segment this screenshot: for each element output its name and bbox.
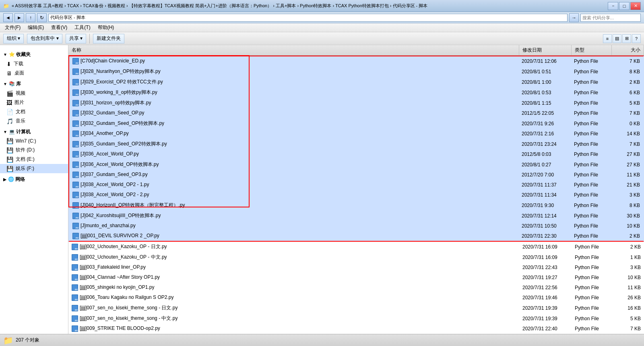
sidebar-item-c-drive[interactable]: 💾 Win7 (C:) xyxy=(0,137,68,145)
file-date-cell: 2020/8/1 0:53 xyxy=(518,89,571,96)
new-folder-button[interactable]: 新建文件夹 xyxy=(93,34,124,44)
search-input[interactable] xyxy=(580,14,641,22)
table-row[interactable]: [J]032_Gundam_Seed_OP.py2012/1/5 22:05Py… xyxy=(68,108,644,118)
view-details-button[interactable]: ≡ xyxy=(603,34,612,43)
file-name: [J]029_Exorcist_OP2 特效TCC文件.py xyxy=(80,79,163,85)
go-button[interactable]: → xyxy=(569,13,579,22)
file-size-cell: 10 KB xyxy=(611,222,643,230)
window-icon: 📁 xyxy=(3,3,9,9)
table-row[interactable]: [J]040_HorizonII_OP特效脚本（附完整工程）.py2020/7/… xyxy=(68,200,644,211)
share-button[interactable]: 共享 ▾ xyxy=(66,34,86,44)
table-row[interactable]: [J]029_Exorcist_OP2 特效TCC文件.py2020/8/1 1… xyxy=(68,77,644,87)
menu-edit[interactable]: 编辑(E) xyxy=(25,23,47,32)
column-header-size[interactable]: 大小 xyxy=(612,45,644,55)
file-name: [J]038_Accel_World_OP2 - 1.py xyxy=(80,182,149,187)
file-name: [jjjj]002_Uchouten_Kazoku_OP - 中文.py xyxy=(80,254,167,260)
sidebar: ▼ ⭐ 收藏夹 ⬇ 下载 🖥 桌面 ▼ 📚 库 🎬 视频 xyxy=(0,45,68,334)
column-header-name[interactable]: 名称 xyxy=(68,45,519,55)
table-row[interactable]: [jjjj]001_DEVIL SURVIVOR 2 _OP.py2020/7/… xyxy=(68,231,644,242)
table-row[interactable]: [jjjj]009_STRIKE THE BLOOD-op2.py2020/7/… xyxy=(68,324,644,334)
python-file-icon xyxy=(72,120,79,127)
view-icons-button[interactable]: ⊞ xyxy=(622,34,631,43)
table-row[interactable]: [J]042_KuroshitsujiIII_OP特效脚本.py2020/7/3… xyxy=(68,211,644,221)
view-help-button[interactable]: ? xyxy=(632,34,641,43)
sidebar-item-picture[interactable]: 🖼 图片 xyxy=(0,98,68,107)
sidebar-item-d-drive[interactable]: 💾 软件 (D:) xyxy=(0,145,68,155)
table-row[interactable]: [J]037_Gundam_Seed_OP3.py2012/7/20 7:00P… xyxy=(68,170,644,180)
title-bar: 📁 « ASS特效字幕 工具+教程 › TCAX › TCAX备份 › 视频教程… xyxy=(0,0,644,12)
table-row[interactable]: [J]038_Accel_World_OP2 - 2.py2020/7/31 1… xyxy=(68,190,644,200)
include-library-button[interactable]: 包含到库中 ▾ xyxy=(27,34,62,44)
table-row[interactable]: [jjjj]002_Uchouten_Kazoku_OP - 中文.py2020… xyxy=(68,252,644,263)
table-row[interactable]: [J]030_working_II_op特效py脚本.py2020/8/1 0:… xyxy=(68,87,644,98)
status-count: 207 个对象 xyxy=(16,337,39,344)
python-file-icon xyxy=(72,305,78,311)
file-date-cell: 2020/8/1 1:00 xyxy=(518,79,571,86)
sidebar-item-video[interactable]: 🎬 视频 xyxy=(0,89,68,98)
column-header-type[interactable]: 类型 xyxy=(572,45,612,55)
view-list-button[interactable]: ▤ xyxy=(613,34,621,43)
table-row[interactable]: [J]036_Accel_World_OP特效脚本.py2020/8/1 0:2… xyxy=(68,160,644,170)
download-icon: ⬇ xyxy=(6,61,11,67)
file-name-cell: [J]036_Accel_World_OP特效脚本.py xyxy=(69,160,518,169)
file-name-cell: [J]036_Accel_World_OP.py xyxy=(69,150,518,158)
table-row[interactable]: [C70d]Chain Chronicle_ED.py2020/7/31 12:… xyxy=(68,56,644,66)
file-type-cell: Python File xyxy=(572,243,612,251)
sidebar-item-music[interactable]: 🎵 音乐 xyxy=(0,116,68,126)
forward-button[interactable]: ► xyxy=(14,13,24,22)
file-date-cell: 2020/7/31 9:30 xyxy=(518,202,571,209)
menu-view[interactable]: 查看(V) xyxy=(48,23,70,32)
document-icon: 📄 xyxy=(6,109,13,115)
file-name-cell: [J]030_working_II_op特效py脚本.py xyxy=(69,88,518,97)
desktop-icon: 🖥 xyxy=(6,70,12,77)
table-row[interactable]: [J]035_Gundam_Seed_OP2特效脚本.py2020/7/31 2… xyxy=(68,139,644,149)
table-row[interactable]: [jjjj]007_sen_no_kiseki_theme_song - 日文.… xyxy=(68,303,644,313)
maximize-button[interactable]: □ xyxy=(619,2,630,10)
table-row[interactable]: [J]038_Accel_World_OP2 - 1.py2020/7/31 1… xyxy=(68,180,644,190)
sidebar-item-f-drive[interactable]: 💾 娱乐 (F:) xyxy=(0,164,68,173)
up-button[interactable]: ↑ xyxy=(26,13,35,22)
network-header[interactable]: ▶ 🌐 网络 xyxy=(0,175,68,184)
menu-tools[interactable]: 工具(T) xyxy=(71,23,93,32)
refresh-button[interactable]: ↻ xyxy=(37,13,47,22)
table-row[interactable]: [jjjj]005_shingeki no kyojin_OP1.py2020/… xyxy=(68,283,644,293)
table-row[interactable]: [jjjj]004_Clannad ~After Story OP1.py202… xyxy=(68,273,644,283)
table-row[interactable]: [J]031_horizon_op特效py脚本.py2020/8/1 1:15P… xyxy=(68,98,644,108)
file-name-cell: [J]037_Gundam_Seed_OP3.py xyxy=(69,171,518,179)
computer-arrow: ▼ xyxy=(3,130,7,134)
file-date-cell: 2020/7/31 22:30 xyxy=(518,232,571,240)
table-row[interactable]: [jjjj]002_Uchouten_Kazoku_OP - 日文.py2020… xyxy=(68,242,644,252)
sidebar-item-desktop[interactable]: 🖥 桌面 xyxy=(0,68,68,78)
close-button[interactable]: ✕ xyxy=(630,2,641,10)
menu-help[interactable]: 帮助(H) xyxy=(95,23,118,32)
file-name: [J]037_Gundam_Seed_OP3.py xyxy=(80,172,148,177)
sidebar-item-document[interactable]: 📄 文档 xyxy=(0,107,68,116)
sidebar-item-e-drive[interactable]: 💾 文档 (E:) xyxy=(0,155,68,164)
table-row[interactable]: [J]034_Another_OP.py2020/7/31 2:16Python… xyxy=(68,129,644,139)
address-input[interactable] xyxy=(48,14,568,22)
favorites-header[interactable]: ▼ ⭐ 收藏夹 xyxy=(0,50,68,59)
file-date-cell: 2020/7/31 16:09 xyxy=(519,254,572,261)
file-size-cell: 7 KB xyxy=(611,141,643,148)
sidebar-item-download[interactable]: ⬇ 下载 xyxy=(0,59,68,68)
column-header-date[interactable]: 修改日期 xyxy=(519,45,572,55)
file-name: [jjjj]005_shingeki no kyojin_OP1.py xyxy=(80,284,154,290)
computer-header[interactable]: ▼ 💻 计算机 xyxy=(0,127,68,137)
file-size-cell: 7 KB xyxy=(611,110,643,117)
menu-file[interactable]: 文件(F) xyxy=(2,23,24,32)
table-row[interactable]: [J]028_Nurarihyon_OP特效py脚本.py2020/8/1 0:… xyxy=(68,66,644,77)
libraries-header[interactable]: ▼ 📚 库 xyxy=(0,79,68,89)
file-name-cell: [J]032_Gundam_Seed_OP.py xyxy=(69,109,518,117)
table-row[interactable]: [jjjj]006_Toaru Kagaku no Railgun S OP2.… xyxy=(68,293,644,303)
table-row[interactable]: [J]032_Gundam_Seed_OP特效脚本.py2020/7/31 9:… xyxy=(68,118,644,129)
table-row[interactable]: [jjjj]003_Fatekaleid liner_OP.py2020/7/3… xyxy=(68,263,644,273)
menu-bar: 文件(F) 编辑(E) 查看(V) 工具(T) 帮助(H) xyxy=(0,23,644,32)
back-button[interactable]: ◄ xyxy=(3,13,13,22)
organize-button[interactable]: 组织 ▾ xyxy=(3,34,24,44)
file-date-cell: 2020/8/1 0:27 xyxy=(518,161,571,168)
table-row[interactable]: [J]munto_ed_shanzhai.py2020/7/31 10:50Py… xyxy=(68,221,644,231)
table-row[interactable]: [jjjj]007_sen_no_kiseki_theme_song - 中文.… xyxy=(68,313,644,324)
minimize-button[interactable]: － xyxy=(608,2,618,10)
table-row[interactable]: [J]036_Accel_World_OP.py2012/5/8 0:03Pyt… xyxy=(68,149,644,160)
file-date-cell: 2012/5/8 0:03 xyxy=(518,151,571,158)
